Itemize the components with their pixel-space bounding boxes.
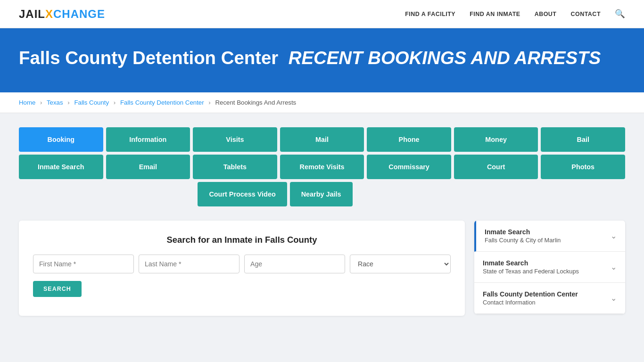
search-button[interactable]: SEARCH <box>33 281 82 297</box>
search-icon[interactable]: 🔍 <box>615 9 625 19</box>
nav-contact[interactable]: CONTACT <box>570 11 601 17</box>
nav-find-facility[interactable]: FIND A FACILITY <box>405 11 455 17</box>
age-input[interactable] <box>244 255 345 273</box>
sidebar-item-2-sub: State of Texas and Federal Lockups <box>483 268 579 275</box>
lower-section: Search for an Inmate in Falls County Rac… <box>19 221 625 316</box>
sidebar-item-3-text: Falls County Detention Center Contact In… <box>483 290 578 306</box>
nav-find-inmate[interactable]: FIND AN INMATE <box>470 11 520 17</box>
first-name-input[interactable] <box>33 255 134 273</box>
sidebar-item-3[interactable]: Falls County Detention Center Contact In… <box>474 283 625 314</box>
btn-commissary[interactable]: Commissary <box>367 155 451 179</box>
btn-email[interactable]: Email <box>106 155 190 179</box>
nav-links: FIND A FACILITY FIND AN INMATE ABOUT CON… <box>405 9 625 19</box>
button-row-3: Court Process Video Nearby Jails <box>19 182 625 206</box>
breadcrumb: Home › Texas › Falls County › Falls Coun… <box>0 92 644 113</box>
inmate-search-box: Search for an Inmate in Falls County Rac… <box>19 221 465 316</box>
breadcrumb-current: Recent Bookings And Arrests <box>215 99 296 106</box>
btn-photos[interactable]: Photos <box>541 155 625 179</box>
sidebar-item-3-sub: Contact Information <box>483 299 578 306</box>
btn-money[interactable]: Money <box>454 127 538 152</box>
breadcrumb-home[interactable]: Home <box>19 99 35 106</box>
logo-jail-text: JAIL <box>19 8 45 21</box>
main-area: Booking Information Visits Mail Phone Mo… <box>0 113 644 330</box>
btn-nearby-jails[interactable]: Nearby Jails <box>290 182 353 206</box>
btn-remote-visits[interactable]: Remote Visits <box>280 155 364 179</box>
sidebar-item-1-title: Inmate Search <box>485 228 561 236</box>
sidebar-item-1-sub: Falls County & City of Marlin <box>485 237 561 244</box>
chevron-down-icon-2: ⌄ <box>611 263 617 272</box>
sidebar-item-2-title: Inmate Search <box>483 259 579 267</box>
search-heading: Search for an Inmate in Falls County <box>33 235 451 245</box>
sidebar-item-2[interactable]: Inmate Search State of Texas and Federal… <box>474 252 625 283</box>
sidebar-item-1-text: Inmate Search Falls County & City of Mar… <box>485 228 561 244</box>
site-logo[interactable]: JAILXCHANGE <box>19 8 105 21</box>
btn-court-process-video[interactable]: Court Process Video <box>198 182 287 206</box>
button-row-1: Booking Information Visits Mail Phone Mo… <box>19 127 625 152</box>
chevron-down-icon: ⌄ <box>611 231 617 240</box>
btn-visits[interactable]: Visits <box>193 127 277 152</box>
btn-mail[interactable]: Mail <box>280 127 364 152</box>
btn-phone[interactable]: Phone <box>367 127 451 152</box>
btn-tablets[interactable]: Tablets <box>193 155 277 179</box>
button-row-2: Inmate Search Email Tablets Remote Visit… <box>19 155 625 179</box>
sidebar-item-1[interactable]: Inmate Search Falls County & City of Mar… <box>474 221 625 252</box>
nav-about[interactable]: ABOUT <box>535 11 557 17</box>
hero-heading: Falls County Detention Center RECENT BOO… <box>19 47 625 69</box>
logo-x-text: X <box>45 8 53 21</box>
sidebar-item-3-title: Falls County Detention Center <box>483 290 578 298</box>
breadcrumb-facility[interactable]: Falls County Detention Center <box>120 99 204 106</box>
btn-bail[interactable]: Bail <box>541 127 625 152</box>
logo-change-text: CHANGE <box>53 8 105 21</box>
sidebar-item-2-text: Inmate Search State of Texas and Federal… <box>483 259 579 275</box>
sidebar: Inmate Search Falls County & City of Mar… <box>474 221 625 314</box>
last-name-input[interactable] <box>139 255 239 273</box>
hero-section: Falls County Detention Center RECENT BOO… <box>0 28 644 92</box>
chevron-down-icon-3: ⌄ <box>611 294 617 303</box>
btn-information[interactable]: Information <box>106 127 190 152</box>
btn-court[interactable]: Court <box>454 155 538 179</box>
hero-title-main: Falls County Detention Center <box>19 48 278 68</box>
search-fields: Race <box>33 255 451 273</box>
hero-title-italic: RECENT BOOKINGS AND ARRESTS <box>289 48 601 68</box>
breadcrumb-texas[interactable]: Texas <box>47 99 63 106</box>
btn-inmate-search[interactable]: Inmate Search <box>19 155 103 179</box>
btn-booking[interactable]: Booking <box>19 127 103 152</box>
race-select[interactable]: Race <box>350 255 451 273</box>
breadcrumb-falls-county[interactable]: Falls County <box>74 99 109 106</box>
navbar: JAILXCHANGE FIND A FACILITY FIND AN INMA… <box>0 0 644 28</box>
